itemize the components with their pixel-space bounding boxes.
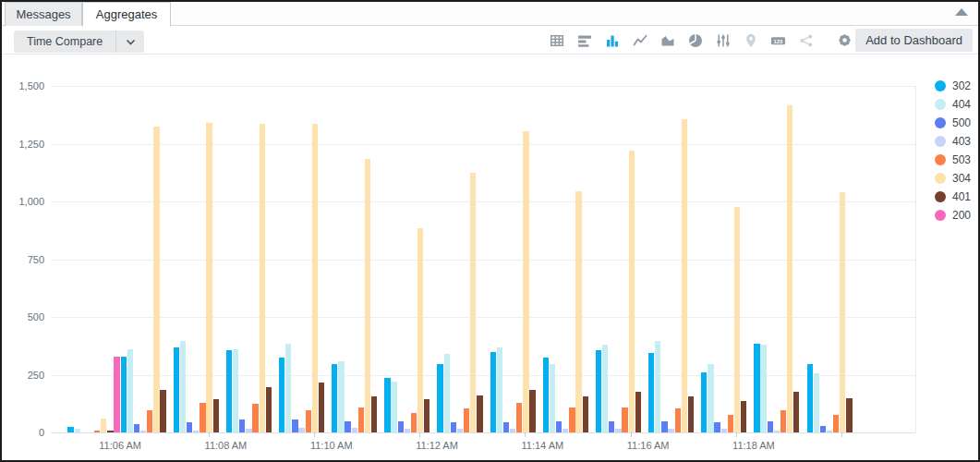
bar-500-11:18[interactable]	[768, 421, 773, 433]
bar-404-11:07[interactable]	[180, 341, 186, 432]
bar-500-11:12[interactable]	[451, 422, 456, 432]
bar-503-11:06[interactable]	[147, 410, 152, 432]
bar-404-11:10[interactable]	[338, 361, 344, 433]
time-compare-button[interactable]: Time Compare	[14, 30, 144, 53]
bar-401-11:12[interactable]	[477, 395, 482, 432]
numeric-123-icon[interactable]: 123	[770, 32, 786, 48]
bar-302-11:15[interactable]	[596, 350, 601, 432]
bar-503-11:15[interactable]	[622, 407, 627, 433]
bar-503-11:14[interactable]	[569, 407, 575, 433]
bar-404-11:14[interactable]	[550, 364, 555, 432]
table-icon[interactable]	[549, 32, 564, 48]
bar-401-11:05[interactable]	[107, 431, 113, 433]
bar-304-11:19[interactable]	[840, 192, 845, 432]
bar-304-11:17[interactable]	[734, 207, 740, 432]
bar-403-11:19[interactable]	[827, 431, 832, 433]
bar-403-11:09[interactable]	[298, 428, 304, 432]
bar-401-11:17[interactable]	[741, 401, 746, 432]
legend-item-304[interactable]: 304	[935, 173, 971, 184]
bar-500-11:09[interactable]	[292, 419, 297, 432]
bar-302-11:10[interactable]	[332, 364, 337, 432]
bar-401-11:11[interactable]	[424, 399, 430, 432]
line-chart-icon[interactable]	[632, 32, 647, 48]
bar-401-11:08[interactable]	[266, 387, 272, 432]
bar-302-11:08[interactable]	[226, 350, 232, 432]
bar-304-11:09[interactable]	[312, 124, 318, 432]
bar-404-11:18[interactable]	[760, 345, 766, 432]
legend-item-401[interactable]: 401	[935, 191, 971, 202]
bar-503-11:17[interactable]	[728, 415, 733, 432]
bar-403-11:12[interactable]	[457, 429, 463, 432]
bar-304-11:16[interactable]	[682, 119, 687, 432]
bar-500-11:14[interactable]	[556, 421, 562, 433]
bar-404-11:11[interactable]	[391, 382, 396, 432]
bar-500-11:19[interactable]	[820, 426, 826, 433]
area-chart-icon[interactable]	[659, 32, 675, 48]
bar-401-11:16[interactable]	[688, 396, 694, 432]
bar-302-11:16[interactable]	[648, 353, 654, 432]
bar-404-11:06[interactable]	[127, 349, 133, 432]
bar-404-11:13[interactable]	[497, 347, 502, 433]
bar-403-11:15[interactable]	[615, 429, 621, 432]
legend-item-302[interactable]: 302	[935, 80, 971, 91]
bar-304-11:10[interactable]	[365, 159, 370, 432]
pie-chart-icon[interactable]	[687, 32, 703, 48]
bar-404-11:19[interactable]	[814, 373, 819, 432]
bar-403-11:16[interactable]	[668, 429, 673, 432]
bar-401-11:09[interactable]	[319, 383, 324, 432]
bar-304-11:06[interactable]	[153, 127, 159, 432]
bar-304-11:14[interactable]	[575, 191, 581, 432]
bar-403-11:18[interactable]	[774, 431, 780, 433]
bar-304-11:08[interactable]	[260, 124, 265, 432]
bar-401-11:07[interactable]	[213, 399, 219, 432]
legend-item-403[interactable]: 403	[935, 136, 971, 147]
bar-403-11:06[interactable]	[140, 431, 146, 433]
bar-503-11:12[interactable]	[464, 408, 469, 432]
bar-401-11:14[interactable]	[583, 396, 588, 432]
bar-302-11:18[interactable]	[754, 344, 759, 432]
bar-404-11:05[interactable]	[75, 429, 80, 432]
bar-503-11:11[interactable]	[411, 413, 417, 432]
bar-503-11:07[interactable]	[200, 403, 205, 433]
bar-503-11:08[interactable]	[252, 404, 258, 432]
bar-500-11:08[interactable]	[239, 419, 245, 432]
bar-403-11:13[interactable]	[510, 429, 515, 432]
bar-401-11:06[interactable]	[160, 390, 165, 432]
chevron-down-icon[interactable]	[115, 30, 144, 53]
column-chart-icon[interactable]	[604, 32, 620, 48]
bar-500-11:16[interactable]	[661, 421, 667, 433]
bar-302-11:06[interactable]	[121, 357, 127, 433]
bar-302-11:11[interactable]	[384, 378, 390, 432]
bar-401-11:15[interactable]	[635, 392, 641, 432]
bar-500-11:15[interactable]	[609, 421, 614, 433]
map-pin-icon[interactable]	[743, 32, 758, 48]
bar-503-11:10[interactable]	[358, 407, 364, 433]
legend-item-503[interactable]: 503	[935, 154, 971, 165]
gear-icon[interactable]	[837, 32, 853, 48]
bar-500-11:06[interactable]	[134, 424, 139, 432]
bar-404-11:12[interactable]	[444, 354, 450, 432]
summary-bars-icon[interactable]	[576, 32, 592, 48]
sliders-icon[interactable]	[715, 32, 731, 48]
bar-503-11:13[interactable]	[516, 403, 522, 433]
bar-304-11:07[interactable]	[206, 123, 212, 432]
legend-item-404[interactable]: 404	[935, 99, 971, 110]
bar-500-11:11[interactable]	[398, 421, 404, 433]
bar-302-11:05[interactable]	[67, 427, 73, 432]
bar-404-11:08[interactable]	[233, 349, 238, 432]
bar-404-11:09[interactable]	[285, 344, 291, 432]
bar-500-11:10[interactable]	[345, 421, 350, 433]
add-to-dashboard-button[interactable]: Add to Dashboard	[855, 29, 973, 52]
tab-aggregates[interactable]: Aggregates	[82, 2, 171, 27]
bar-401-11:13[interactable]	[529, 390, 535, 432]
bar-500-11:07[interactable]	[187, 422, 192, 432]
bar-503-11:05[interactable]	[94, 431, 100, 433]
tab-messages[interactable]: Messages	[5, 2, 82, 26]
bar-500-11:13[interactable]	[503, 422, 509, 432]
bar-404-11:15[interactable]	[602, 345, 608, 432]
bar-503-11:09[interactable]	[306, 410, 311, 432]
bar-304-11:13[interactable]	[523, 131, 528, 432]
bar-304-11:18[interactable]	[787, 105, 792, 432]
bar-200-11:05[interactable]	[114, 357, 119, 433]
legend-item-200[interactable]: 200	[935, 210, 971, 221]
